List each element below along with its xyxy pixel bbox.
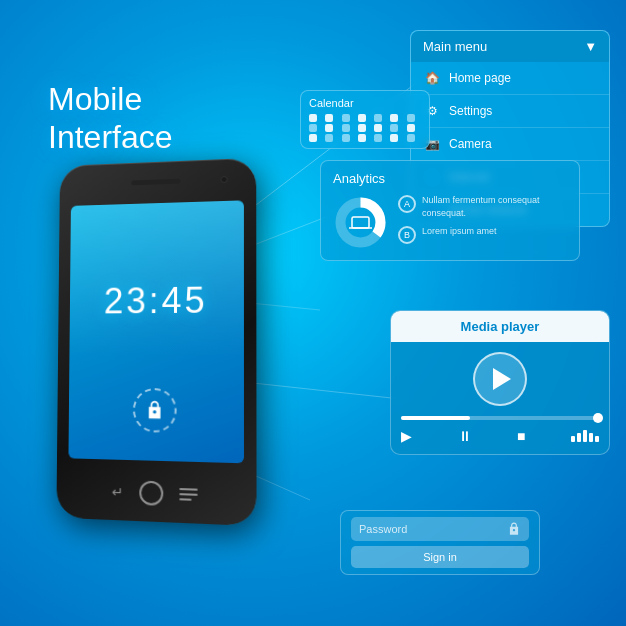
cal-dot: [309, 114, 317, 122]
cal-dot: [309, 134, 317, 142]
analytics-desc-b: Lorem ipsum amet: [422, 225, 497, 238]
media-player-body: ▶ ⏸ ■: [391, 342, 609, 454]
scrubber-dot: [593, 413, 603, 423]
vol-bar-3: [583, 430, 587, 442]
analytics-row-b: B Lorem ipsum amet: [398, 225, 567, 244]
cal-dot: [342, 134, 350, 142]
password-label: Password: [359, 523, 501, 535]
cal-dot: [325, 124, 333, 132]
analytics-label-b: B: [398, 226, 416, 244]
cal-dot: [374, 134, 382, 142]
media-controls: ▶ ⏸ ■: [401, 428, 599, 444]
vol-bar-1: [571, 436, 575, 442]
stop-control-icon[interactable]: ■: [517, 428, 525, 444]
cal-dot: [342, 124, 350, 132]
phone-body: 23:45 ↵: [56, 158, 256, 526]
media-player-header: Media player: [391, 311, 609, 342]
vol-bar-5: [595, 436, 599, 442]
phone-speaker: [131, 179, 180, 186]
calendar-label: Calendar: [309, 97, 421, 109]
cal-dot: [358, 114, 366, 122]
scrubber-track[interactable]: [401, 416, 599, 420]
cal-dot: [358, 134, 366, 142]
phone-lock-circle: [133, 388, 177, 433]
menu-item-home[interactable]: 🏠 Home page: [411, 62, 609, 95]
menu-button: [179, 488, 197, 501]
lock-icon: [145, 400, 165, 420]
analytics-row-a: A Nullam fermentum consequat consequat.: [398, 194, 567, 219]
home-button: [139, 481, 163, 506]
signin-button[interactable]: Sign in: [351, 546, 529, 568]
menu-item-camera-label: Camera: [449, 137, 492, 151]
password-row: Password: [351, 517, 529, 541]
cal-dot: [325, 134, 333, 142]
cal-dot: [342, 114, 350, 122]
menu-item-settings-label: Settings: [449, 104, 492, 118]
password-lock-icon: [507, 522, 521, 536]
phone-mockup: 23:45 ↵: [55, 160, 255, 520]
cal-dot: [358, 124, 366, 132]
phone-camera: [221, 176, 228, 183]
panels-area: Main menu ▼ 🏠 Home page ⚙ Settings 📷 Cam…: [300, 30, 610, 600]
analytics-desc-a: Nullam fermentum consequat consequat.: [422, 194, 567, 219]
cal-dot: [390, 134, 398, 142]
cal-dot: [374, 124, 382, 132]
vol-bar-4: [589, 433, 593, 442]
cal-dot: [407, 124, 415, 132]
title-area: Mobile Interface: [48, 80, 173, 157]
cal-dot: [374, 114, 382, 122]
cal-dot: [407, 114, 415, 122]
menu-item-camera[interactable]: 📷 Camera: [411, 128, 609, 161]
home-icon: 🏠: [423, 69, 441, 87]
menu-dropdown-arrow[interactable]: ▼: [584, 39, 597, 54]
phone-time: 23:45: [104, 280, 208, 323]
analytics-panel: Analytics A Nullam fermentum consequat c…: [320, 160, 580, 261]
play-icon: [493, 368, 511, 390]
media-play-button[interactable]: [473, 352, 527, 406]
donut-chart: [333, 195, 388, 250]
back-button-icon: ↵: [112, 484, 124, 501]
menu-header-label: Main menu: [423, 39, 487, 54]
cal-dot: [407, 134, 415, 142]
cal-dot: [390, 124, 398, 132]
analytics-content: A Nullam fermentum consequat consequat. …: [333, 194, 567, 250]
menu-item-settings[interactable]: ⚙ Settings: [411, 95, 609, 128]
signin-panel: Password Sign in: [340, 510, 540, 575]
calendar-grid: [309, 114, 421, 142]
scrubber-fill: [401, 416, 470, 420]
play-control-icon[interactable]: ▶: [401, 428, 412, 444]
cal-dot: [390, 114, 398, 122]
analytics-text: A Nullam fermentum consequat consequat. …: [398, 194, 567, 250]
cal-dot: [325, 114, 333, 122]
volume-indicator: [571, 430, 599, 442]
cal-dot: [309, 124, 317, 132]
vol-bar-2: [577, 433, 581, 442]
phone-nav-buttons: ↵: [57, 478, 257, 510]
calendar-panel: Calendar: [300, 90, 430, 149]
phone-screen: 23:45: [68, 200, 244, 463]
analytics-header: Analytics: [333, 171, 567, 186]
svg-rect-7: [352, 217, 369, 228]
analytics-label-a: A: [398, 195, 416, 213]
media-scrubber[interactable]: [401, 416, 599, 420]
media-player-panel: Media player ▶ ⏸ ■: [390, 310, 610, 455]
page-title: Mobile Interface: [48, 80, 173, 157]
pause-control-icon[interactable]: ⏸: [458, 428, 472, 444]
menu-header: Main menu ▼: [411, 31, 609, 62]
menu-item-home-label: Home page: [449, 71, 511, 85]
